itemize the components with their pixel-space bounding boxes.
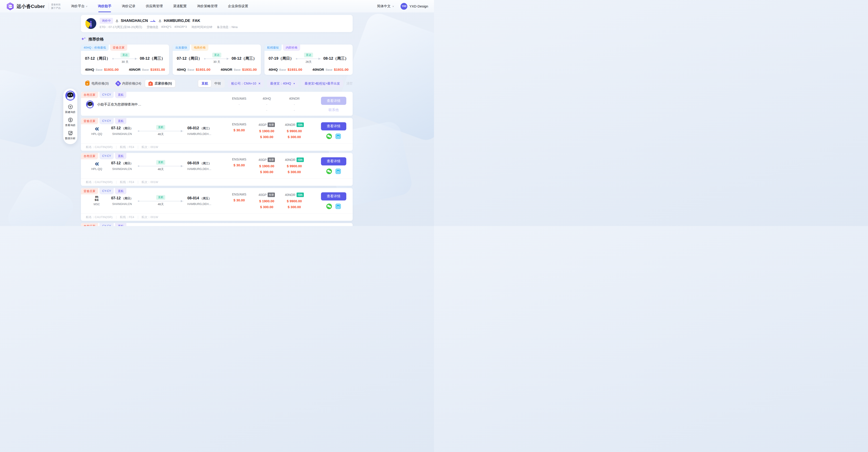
hapag-lloyd-logo: « bbox=[95, 161, 99, 166]
recommend-card-lowest-price[interactable]: 40HQ：价格最低 壹沓庄家 07-12（周日） 直达 30 天 08-12（周… bbox=[81, 44, 169, 75]
close-icon[interactable]: ✕ bbox=[258, 82, 260, 85]
hapag-lloyd-logo: « bbox=[95, 126, 99, 131]
result-row: 壹沓庄家 CY-CY 直航 « HPL-QQ 07-12 （周日） SHANGH… bbox=[81, 118, 352, 151]
arrive-date: 08-12（周三） bbox=[232, 56, 257, 61]
price-col-ensams: ENS/AMS $ 30.00 bbox=[228, 193, 250, 209]
recommend-title: ✦✦ 推荐价格 bbox=[81, 37, 352, 42]
route-line: 询价中 ⚓ SHANGHAI,CN ⚓ HAMBURG,DE FAK bbox=[100, 18, 238, 24]
available-badge: 现舱 bbox=[297, 158, 304, 162]
menu-item-supplier-management[interactable]: 供应商管理 bbox=[146, 4, 163, 8]
departure: 07-12 （周日） SHANGHAI,CN bbox=[107, 126, 136, 136]
available-badge: 现舱 bbox=[297, 123, 304, 127]
view-inquiry-button[interactable]: 查看询价 bbox=[65, 117, 75, 127]
wechat-icon[interactable] bbox=[326, 168, 332, 174]
brand[interactable]: 运小沓Cuber 壹沓科技 旗下产品 bbox=[6, 2, 61, 11]
price-col-40nor: 40NOR现舱 $ 9900.00 $ 300.00 bbox=[283, 123, 305, 139]
rec-tag-primary: 出发最快 bbox=[173, 44, 190, 51]
image-preview-icon[interactable] bbox=[335, 133, 341, 139]
route-arrow-line bbox=[138, 166, 184, 166]
destination-port: HAMBURG,DE bbox=[164, 19, 190, 23]
contact-link[interactable]: 联系他 bbox=[329, 108, 339, 112]
mode-transfer[interactable]: 中转 bbox=[211, 80, 224, 87]
nav-right: 简体中文 ∨ YXD YXD·Design bbox=[377, 3, 428, 10]
user-name: YXD·Design bbox=[409, 4, 428, 8]
row-tag-cycy: CY-CY bbox=[99, 92, 114, 98]
chart-icon bbox=[68, 130, 73, 136]
new-inquiry-button[interactable]: 新建询价 bbox=[65, 104, 75, 114]
row-tag-direct: 直航 bbox=[115, 188, 126, 194]
image-preview-icon[interactable] bbox=[335, 168, 341, 174]
rec-tag-secondary: 壹沓庄家 bbox=[110, 44, 127, 51]
tab-internal-price[interactable]: % 内部价格(24) bbox=[113, 80, 145, 87]
price-40nor: 40NOR Base $1931.00 bbox=[221, 68, 257, 72]
inquiry-time: 询价时间30分钟 bbox=[191, 25, 212, 29]
brand-subtitle: 壹沓科技 旗下产品 bbox=[49, 3, 61, 9]
status-badge: 询价中 bbox=[100, 18, 113, 24]
price-col-40gp: 40GP售罄 $ 1900.00 $ 300.00 bbox=[256, 123, 278, 139]
view-detail-button[interactable]: 查看详情 bbox=[321, 122, 346, 130]
row-tag-dealer: 自有庄家 bbox=[81, 153, 98, 159]
departure: 07-12 （周日） SHANGHAI,CN bbox=[107, 161, 136, 171]
origin-port: SHANGHAI,CN bbox=[121, 19, 148, 23]
row-tag-direct: 直航 bbox=[115, 223, 126, 226]
row-tag-cycy: CY-CY bbox=[99, 223, 114, 226]
menu-item-enterprise-identity[interactable]: 企业身份设置 bbox=[228, 4, 248, 8]
transit-days: 26天 bbox=[306, 60, 311, 64]
menu-item-strategy-management[interactable]: 询价策略管理 bbox=[197, 4, 217, 8]
dealer-house-icon: 庄 bbox=[149, 82, 153, 86]
assistant-robot-avatar bbox=[86, 100, 94, 108]
tag-percent-icon: % bbox=[115, 80, 121, 87]
menu-item-inquiry-platform[interactable]: 询价平台 ∨ bbox=[71, 4, 88, 8]
row-tag-dealer: 壹沓庄家 bbox=[81, 118, 98, 124]
image-preview-icon[interactable] bbox=[335, 203, 341, 209]
menu-item-inquiry-records[interactable]: 询价记录 bbox=[122, 4, 135, 8]
background-shape bbox=[4, 175, 78, 226]
recommend-card-fastest-departure[interactable]: 出发最快 电商价格 07-12（周日） 直达 30 天 08-12（周三） 40… bbox=[173, 44, 261, 75]
mode-direct[interactable]: 直航 bbox=[198, 80, 211, 87]
price-col-ensams: ENS/AMS $ 30.00 bbox=[228, 158, 250, 174]
msc-logo: msc bbox=[95, 195, 99, 201]
user-menu[interactable]: YXD YXD·Design bbox=[401, 3, 428, 10]
carrier: « HPL-QQ bbox=[86, 161, 107, 171]
main-content: 询价中 ⚓ SHANGHAI,CN ⚓ HAMBURG,DE FAK ETD：0… bbox=[81, 15, 352, 226]
wechat-icon[interactable] bbox=[326, 203, 332, 209]
vessel-info: 船名：CAUTIN(ISR) 航线：FE4 航次：001W bbox=[81, 178, 352, 186]
recommend-card-shortest-voyage[interactable]: 航程最短 内部价格 07-19（周日） 直达 26天 08-12（周三） 40H… bbox=[265, 44, 352, 75]
language-selector[interactable]: 简体中文 ∨ bbox=[377, 4, 394, 8]
route-arrow-line bbox=[138, 131, 184, 131]
row-tag-cycy: CY-CY bbox=[99, 153, 114, 159]
data-analysis-button[interactable]: 数据分析 bbox=[65, 130, 75, 140]
price-col-40hq: 40HQ - - bbox=[256, 97, 278, 112]
carrier-filter-pill[interactable]: 船公司：CMA+10 ✕ bbox=[228, 80, 264, 88]
menu-item-inquiry-assistant[interactable]: 询价助手 bbox=[98, 4, 112, 8]
tab-ecommerce-price[interactable]: e 电商价格(3) bbox=[82, 80, 112, 87]
soldout-badge: 售罄 bbox=[268, 193, 275, 197]
inquiry-avatar-lighthouse bbox=[86, 18, 96, 29]
wechat-icon[interactable] bbox=[326, 133, 332, 139]
price-col-ensams: ENS/AMS - bbox=[228, 97, 250, 112]
background-shape bbox=[0, 67, 59, 150]
clear-filters-button[interactable]: 清空 bbox=[346, 82, 352, 86]
carrier: msc MSC bbox=[86, 195, 107, 206]
assistant-robot-avatar bbox=[65, 90, 75, 101]
quick-action-panel: 新建询价 查看询价 数据分析 bbox=[63, 89, 77, 144]
inquiry-summary-card: 询价中 ⚓ SHANGHAI,CN ⚓ HAMBURG,DE FAK ETD：0… bbox=[81, 15, 352, 32]
filter-bar: e 电商价格(3) % 内部价格(24) 庄 庄家价格(5) 直航 中转 船公司… bbox=[81, 79, 352, 88]
price-col-40nor: 40NOR - - bbox=[283, 97, 305, 112]
chevron-down-icon: ∨ bbox=[392, 5, 394, 7]
brand-name: 运小沓Cuber bbox=[17, 3, 45, 9]
rec-tag-secondary: 电商价格 bbox=[191, 44, 209, 51]
result-row-pending: 自有庄家 CY-CY 直航 小助手正在为您群聊查询中… bbox=[81, 92, 352, 116]
view-detail-button[interactable]: 查看详情 bbox=[321, 192, 346, 200]
view-detail-button[interactable]: 查看详情 bbox=[321, 97, 346, 105]
menu-item-channel-config[interactable]: 渠道配置 bbox=[173, 4, 187, 8]
sort-rule-pill[interactable]: 最便宜>航程短>最早出发 bbox=[302, 80, 343, 88]
view-detail-button[interactable]: 查看详情 bbox=[321, 157, 346, 165]
main-menu: 询价平台 ∨ 询价助手 询价记录 供应商管理 渠道配置 询价策略管理 企业身份设… bbox=[71, 4, 248, 8]
cheapest-filter-pill[interactable]: 最便宜：40HQ ▼ bbox=[267, 80, 298, 88]
tab-dealer-price[interactable]: 庄 庄家价格(5) bbox=[145, 80, 176, 87]
price-col-ensams: ENS/AMS $ 30.00 bbox=[228, 123, 250, 139]
direct-badge: 直达 bbox=[304, 53, 313, 57]
route-arrow-line bbox=[204, 59, 229, 59]
view-inquiry-label: 查看询价 bbox=[65, 124, 75, 127]
